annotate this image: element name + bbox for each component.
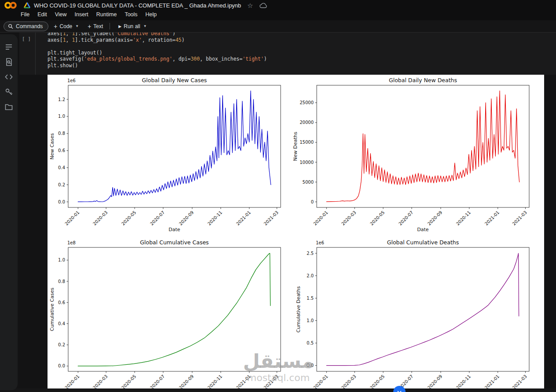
secrets-key-icon[interactable] xyxy=(1,85,17,98)
files-folder-icon[interactable] xyxy=(1,100,17,113)
svg-text:New Cases: New Cases xyxy=(49,133,55,160)
svg-text:2020-01: 2020-01 xyxy=(312,210,329,226)
svg-text:2021-03: 2021-03 xyxy=(263,210,279,226)
svg-text:Global Daily New Deaths: Global Daily New Deaths xyxy=(389,77,457,83)
svg-text:1.0: 1.0 xyxy=(58,114,65,119)
header: WHO COVID-19 GLOBAL DAILY DATA - COMPLET… xyxy=(0,0,556,20)
code-line: axes[1, 1].tick_params(axis='x', rotatio… xyxy=(48,37,556,44)
svg-text:0.4: 0.4 xyxy=(58,321,65,326)
drive-icon xyxy=(24,2,30,8)
star-icon[interactable]: ☆ xyxy=(247,2,253,9)
colab-logo[interactable] xyxy=(4,1,18,10)
chart-global-cumulative-deaths: 2020-012020-032020-052020-072020-092020-… xyxy=(296,239,529,392)
svg-text:2020-05: 2020-05 xyxy=(121,374,137,390)
notebook-title[interactable]: WHO COVID-19 GLOBAL DAILY DATA - COMPLET… xyxy=(34,2,241,9)
svg-text:1e8: 1e8 xyxy=(67,240,76,245)
table-of-contents-icon[interactable] xyxy=(1,40,17,54)
svg-text:0.2: 0.2 xyxy=(58,342,65,347)
svg-text:2020-09: 2020-09 xyxy=(427,210,443,226)
add-code-label: Code xyxy=(60,23,73,29)
chevron-down-icon xyxy=(396,389,402,392)
svg-text:2.0: 2.0 xyxy=(307,273,314,278)
svg-text:Cumulative Cases: Cumulative Cases xyxy=(49,287,55,331)
svg-text:0.8: 0.8 xyxy=(58,131,65,136)
svg-text:2021-01: 2021-01 xyxy=(235,210,252,226)
menu-item-help[interactable]: Help xyxy=(142,11,161,18)
menu-item-insert[interactable]: Insert xyxy=(71,11,92,18)
svg-text:2020-07: 2020-07 xyxy=(149,210,165,226)
svg-text:2020-09: 2020-09 xyxy=(178,374,194,390)
svg-text:5000: 5000 xyxy=(303,180,314,185)
menu-item-file[interactable]: File xyxy=(17,11,33,18)
matplotlib-figure: 2020-012020-032020-052020-072020-092020-… xyxy=(48,75,544,392)
chart-global-daily-new-deaths: 2020-012020-032020-052020-072020-092020-… xyxy=(293,77,529,232)
svg-text:2020-01: 2020-01 xyxy=(64,210,80,226)
svg-text:0.4: 0.4 xyxy=(58,165,65,170)
svg-text:0.0: 0.0 xyxy=(307,363,314,368)
code-line xyxy=(48,43,556,50)
svg-text:2020-03: 2020-03 xyxy=(92,210,108,226)
svg-text:0.8: 0.8 xyxy=(58,279,65,284)
code-editor[interactable]: axes[1, 1].set_ylabel('Cumulative Deaths… xyxy=(35,33,556,75)
menu-item-runtime[interactable]: Runtime xyxy=(92,11,121,18)
svg-text:20000: 20000 xyxy=(300,120,314,125)
chevron-down-icon: ▼ xyxy=(143,24,147,28)
svg-text:2021-01: 2021-01 xyxy=(484,210,500,226)
svg-text:10000: 10000 xyxy=(300,160,314,165)
svg-text:2020-11: 2020-11 xyxy=(207,210,223,226)
code-snippets-icon[interactable] xyxy=(1,70,17,83)
find-replace-icon[interactable] xyxy=(1,55,17,69)
svg-text:2021-01: 2021-01 xyxy=(235,374,252,390)
svg-text:1.2: 1.2 xyxy=(58,97,65,102)
svg-text:0.6: 0.6 xyxy=(58,148,65,153)
svg-text:New Deaths: New Deaths xyxy=(293,131,298,161)
svg-text:2020-01: 2020-01 xyxy=(312,374,329,390)
svg-text:Global Cumulative Cases: Global Cumulative Cases xyxy=(140,239,208,246)
code-cell: [ ] axes[1, 1].set_ylabel('Cumulative De… xyxy=(19,33,556,75)
menu-item-view[interactable]: View xyxy=(51,11,71,18)
svg-text:2020-09: 2020-09 xyxy=(178,210,194,226)
code-line: plt.show() xyxy=(48,62,556,69)
run-all-label: Run all xyxy=(124,23,140,29)
menu-item-edit[interactable]: Edit xyxy=(33,11,51,18)
commands-button[interactable]: Commands xyxy=(4,22,48,31)
title-row: WHO COVID-19 GLOBAL DAILY DATA - COMPLET… xyxy=(0,0,556,11)
menu-bar: File Edit View Insert Runtime Tools Help xyxy=(17,10,161,19)
run-all-button[interactable]: ▶ Run all ▼ xyxy=(115,21,150,32)
svg-text:2021-01: 2021-01 xyxy=(484,374,500,390)
code-line: axes[1, 1].set_ylabel('Cumulative Deaths… xyxy=(48,33,556,37)
svg-text:2020-01: 2020-01 xyxy=(64,374,80,390)
cloud-icon[interactable] xyxy=(260,3,267,8)
svg-text:2020-07: 2020-07 xyxy=(149,374,165,390)
svg-text:2020-05: 2020-05 xyxy=(121,210,137,226)
search-icon xyxy=(8,24,13,29)
svg-text:2021-03: 2021-03 xyxy=(512,210,528,226)
cell-output: 2020-012020-032020-052020-072020-092020-… xyxy=(48,75,544,392)
svg-text:0.2: 0.2 xyxy=(58,182,65,187)
bottom-bar xyxy=(0,388,556,392)
svg-text:15000: 15000 xyxy=(300,140,314,145)
left-sidebar xyxy=(0,33,19,392)
svg-text:2020-03: 2020-03 xyxy=(340,374,357,390)
svg-text:2020-09: 2020-09 xyxy=(427,374,443,390)
menu-item-tools[interactable]: Tools xyxy=(121,11,141,18)
svg-text:0.6: 0.6 xyxy=(58,300,65,305)
svg-text:2020-11: 2020-11 xyxy=(455,374,472,390)
svg-text:2020-03: 2020-03 xyxy=(92,374,108,390)
svg-text:25000: 25000 xyxy=(300,100,314,105)
svg-text:2021-03: 2021-03 xyxy=(512,374,528,390)
svg-text:2020-05: 2020-05 xyxy=(369,210,385,226)
svg-text:Date: Date xyxy=(417,227,429,232)
svg-text:0.5: 0.5 xyxy=(307,341,314,345)
play-icon: ▶ xyxy=(118,24,121,29)
chart-global-cumulative-cases: 2020-012020-032020-052020-072020-092020-… xyxy=(49,239,281,392)
svg-text:0.0: 0.0 xyxy=(58,200,65,204)
svg-text:2021-03: 2021-03 xyxy=(263,374,279,390)
commands-label: Commands xyxy=(16,23,43,29)
svg-text:1.0: 1.0 xyxy=(307,318,314,323)
add-code-button[interactable]: + Code ▼ xyxy=(50,21,82,32)
svg-text:1.5: 1.5 xyxy=(307,296,314,301)
add-text-button[interactable]: + Text xyxy=(84,21,106,32)
svg-text:2020-07: 2020-07 xyxy=(398,210,414,226)
code-line: plt.tight_layout() xyxy=(48,50,556,56)
